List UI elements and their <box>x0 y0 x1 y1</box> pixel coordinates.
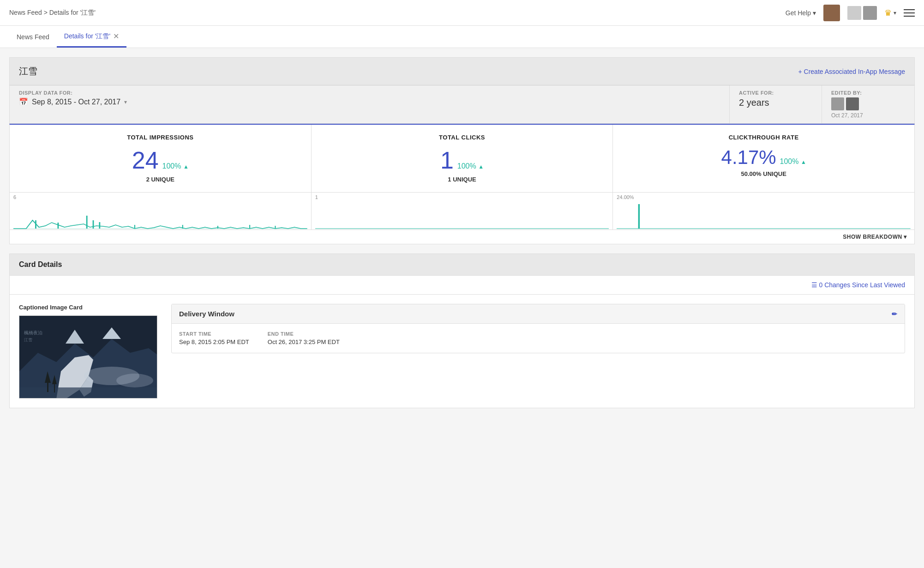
display-label: DISPLAY DATA FOR: <box>19 90 720 96</box>
ctr-unique: 50.00% UNIQUE <box>622 170 905 177</box>
changes-bar: ☰ 0 Changes Since Last Viewed <box>9 276 915 295</box>
delivery-content: START TIME Sep 8, 2015 2:05 PM EDT END T… <box>172 324 905 353</box>
end-time-label: END TIME <box>268 331 340 337</box>
clicks-label: TOTAL CLICKS <box>321 134 604 141</box>
ctr-label: CLICKTHROUGH RATE <box>622 134 905 141</box>
svg-point-28 <box>116 374 153 387</box>
calendar-icon: 📅 <box>19 97 28 106</box>
card-header: 江雪 + Create Associated In-App Message <box>9 57 915 85</box>
ctr-value-row: 4.17% 100% ▲ <box>622 146 905 169</box>
impressions-chart: 6 <box>10 193 312 230</box>
clicks-unique: 1 UNIQUE <box>321 176 604 183</box>
card-title: 江雪 <box>19 65 37 78</box>
avatar-group <box>847 6 877 20</box>
active-for-value: 2 years <box>739 97 812 108</box>
date-range-bar: DISPLAY DATA FOR: 📅 Sep 8, 2015 - Oct 27… <box>9 85 915 124</box>
show-breakdown-button[interactable]: SHOW BREAKDOWN ▾ <box>9 230 915 244</box>
delivery-window: Delivery Window ✏ START TIME Sep 8, 2015… <box>171 304 905 399</box>
start-time-value: Sep 8, 2015 2:05 PM EDT <box>179 338 249 345</box>
svg-text:楓橋夜泊: 楓橋夜泊 <box>24 330 42 335</box>
edited-by-label: EDITED BY: <box>831 90 905 96</box>
tab-bar: News Feed Details for '江雪' ✕ <box>0 26 924 48</box>
impressions-chart-max: 6 <box>13 194 16 200</box>
delivery-header: Delivery Window ✏ <box>172 304 905 324</box>
ctr-pct: 100% ▲ <box>780 157 806 166</box>
ctr-chart-svg <box>617 202 911 230</box>
chevron-down-icon: ▾ <box>813 9 816 17</box>
main-content: 江雪 + Create Associated In-App Message DI… <box>0 48 924 417</box>
clicks-trend-icon: ▲ <box>478 163 484 170</box>
edited-avatar-1 <box>831 97 844 110</box>
top-nav: News Feed > Details for '江雪' Get Help ▾ … <box>0 0 924 26</box>
clicks-value-row: 1 100% ▲ <box>321 146 604 174</box>
chart-row: 6 1 <box>9 193 915 230</box>
painting-svg: 楓橋夜泊 江雪 <box>19 316 157 399</box>
display-data-section: DISPLAY DATA FOR: 📅 Sep 8, 2015 - Oct 27… <box>10 85 730 123</box>
clicks-pct: 100% ▲ <box>457 162 484 170</box>
impressions-trend-icon: ▲ <box>183 163 189 170</box>
date-value[interactable]: 📅 Sep 8, 2015 - Oct 27, 2017 ▾ <box>19 97 720 106</box>
svg-rect-20 <box>19 387 157 399</box>
clicks-chart: 1 <box>312 193 613 230</box>
tab-details[interactable]: Details for '江雪' ✕ <box>57 26 126 48</box>
impressions-unique: 2 UNIQUE <box>19 176 302 183</box>
close-tab-icon[interactable]: ✕ <box>113 32 119 41</box>
svg-rect-23 <box>54 384 55 393</box>
impressions-value-row: 24 100% ▲ <box>19 146 302 174</box>
stat-clicks: TOTAL CLICKS 1 100% ▲ 1 UNIQUE <box>312 125 613 192</box>
ctr-chart-max: 24.00% <box>617 194 634 200</box>
card-details-content: Captioned Image Card <box>9 295 915 408</box>
edit-delivery-icon[interactable]: ✏ <box>892 310 897 318</box>
impressions-chart-svg <box>13 202 307 230</box>
ctr-big: 4.17% <box>721 146 776 169</box>
svg-text:江雪: 江雪 <box>24 338 32 342</box>
end-time-value: Oct 26, 2017 3:25 PM EDT <box>268 338 340 345</box>
ctr-chart: 24.00% <box>613 193 914 230</box>
start-time-col: START TIME Sep 8, 2015 2:05 PM EDT <box>179 331 249 345</box>
edited-date: Oct 27, 2017 <box>831 112 905 119</box>
hamburger-button[interactable] <box>904 9 915 17</box>
start-time-label: START TIME <box>179 331 249 337</box>
breadcrumb: News Feed > Details for '江雪' <box>9 9 96 17</box>
delivery-box: Delivery Window ✏ START TIME Sep 8, 2015… <box>171 304 905 353</box>
crown-chevron-icon: ▾ <box>894 10 896 16</box>
changes-link[interactable]: ☰ 0 Changes Since Last Viewed <box>811 281 905 289</box>
clicks-chart-svg <box>315 202 609 230</box>
stats-row: TOTAL IMPRESSIONS 24 100% ▲ 2 UNIQUE TOT… <box>9 124 915 193</box>
card-details-header: Card Details <box>9 254 915 276</box>
tab-news-feed[interactable]: News Feed <box>9 28 57 48</box>
edited-avatar-2 <box>846 97 859 110</box>
end-time-col: END TIME Oct 26, 2017 3:25 PM EDT <box>268 331 340 345</box>
edited-avatars <box>831 97 905 110</box>
crown-icon: ♛ <box>884 8 892 18</box>
stat-ctr: CLICKTHROUGH RATE 4.17% 100% ▲ 50.00% UN… <box>613 125 914 192</box>
impressions-label: TOTAL IMPRESSIONS <box>19 134 302 141</box>
avatar-gray <box>847 6 861 20</box>
captioned-image-card: Captioned Image Card <box>19 304 157 399</box>
svg-rect-21 <box>47 383 48 392</box>
clicks-big: 1 <box>440 146 454 174</box>
crown-button[interactable]: ♛ ▾ <box>884 8 896 18</box>
ctr-trend-icon: ▲ <box>801 159 806 165</box>
date-chevron-icon: ▾ <box>124 99 127 105</box>
avatar-gray2 <box>863 6 877 20</box>
impressions-big: 24 <box>132 146 159 174</box>
top-nav-right: Get Help ▾ ♛ ▾ <box>786 5 915 21</box>
active-for-section: ACTIVE FOR: 2 years <box>730 85 822 123</box>
card-type-label: Captioned Image Card <box>19 304 157 311</box>
stat-impressions: TOTAL IMPRESSIONS 24 100% ▲ 2 UNIQUE <box>10 125 312 192</box>
avatar-brown <box>823 5 840 21</box>
card-image: 楓橋夜泊 江雪 <box>19 315 157 399</box>
clicks-chart-max: 1 <box>315 194 318 200</box>
active-for-label: ACTIVE FOR: <box>739 90 812 96</box>
edited-by-section: EDITED BY: Oct 27, 2017 <box>822 85 914 123</box>
impressions-pct: 100% ▲ <box>162 162 189 170</box>
get-help-button[interactable]: Get Help ▾ <box>786 9 816 17</box>
create-associated-message-button[interactable]: + Create Associated In-App Message <box>798 68 905 75</box>
